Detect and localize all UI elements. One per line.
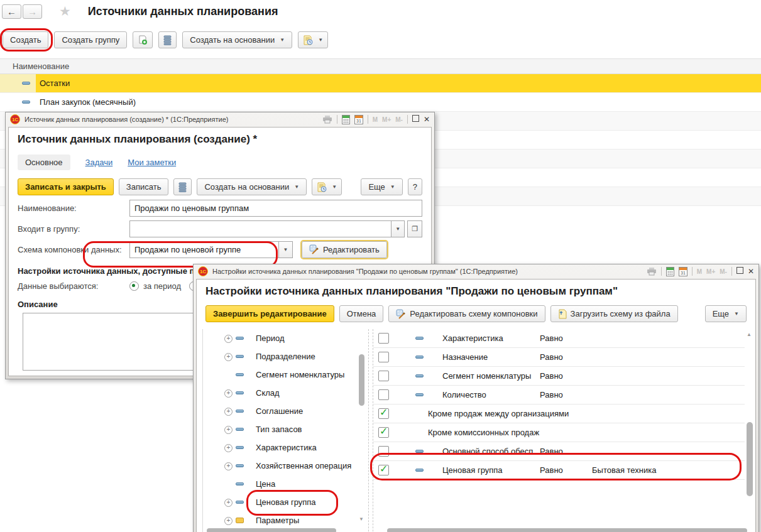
- condition-row[interactable]: Сегмент номенклатурыРавно: [373, 367, 745, 386]
- calculator-icon[interactable]: [342, 115, 350, 124]
- memory-mplus-button[interactable]: M+: [382, 116, 391, 123]
- save-and-close-button[interactable]: Записать и закрыть: [18, 178, 114, 195]
- memory-m-button[interactable]: M: [697, 268, 702, 275]
- more-button[interactable]: Еще▼: [705, 305, 747, 322]
- row-checkbox[interactable]: [378, 371, 389, 381]
- close-button[interactable]: ✕: [424, 115, 430, 124]
- table-row[interactable]: План закупок (месячный): [0, 93, 761, 112]
- tree-vertical-scrollbar[interactable]: [359, 354, 364, 406]
- memory-mminus-button[interactable]: M-: [395, 116, 403, 123]
- group-input[interactable]: [129, 220, 391, 237]
- edit-schema-button[interactable]: Редактировать: [302, 241, 387, 258]
- expand-icon[interactable]: +: [224, 462, 233, 470]
- help-button[interactable]: ?: [408, 178, 422, 195]
- divider: [337, 115, 337, 124]
- expand-icon[interactable]: +: [224, 408, 233, 416]
- condition-row[interactable]: Основной способ обесп...Равно: [373, 442, 745, 461]
- row-checkbox[interactable]: [378, 333, 389, 344]
- tree-item-price-group[interactable]: +Ценовая группа: [203, 493, 368, 511]
- expand-icon[interactable]: +: [224, 426, 233, 434]
- tree-item[interactable]: +Характеристика: [203, 438, 368, 457]
- condition-row-price-group[interactable]: ✓Ценовая группаРавноБытовая техника: [373, 461, 745, 480]
- group-dropdown-button[interactable]: ▼: [391, 220, 405, 237]
- svg-text:31: 31: [681, 271, 686, 275]
- create-based-on-button[interactable]: Создать на основании▼: [182, 31, 292, 48]
- schema-dropdown-button[interactable]: ▼: [279, 241, 293, 258]
- copy-button[interactable]: [133, 31, 153, 48]
- finish-editing-button[interactable]: Завершить редактирование: [205, 305, 334, 322]
- row-checkbox[interactable]: ✓: [378, 465, 389, 475]
- row-checkbox[interactable]: ✓: [378, 408, 389, 419]
- row-checkbox[interactable]: [378, 389, 389, 400]
- create-based-on-button[interactable]: Создать на основании▼: [197, 178, 307, 195]
- create-group-button[interactable]: Создать группу: [54, 31, 127, 48]
- conditions-vertical-scrollbar[interactable]: [747, 422, 753, 496]
- conditions-horizontal-scrollbar[interactable]: [387, 528, 747, 532]
- dialog1-titlebar[interactable]: 1С Источник данных планирования (создани…: [6, 112, 434, 126]
- list-settings-button[interactable]: [158, 31, 177, 48]
- condition-row[interactable]: ✓Кроме продаж между организациями: [373, 404, 745, 423]
- condition-row[interactable]: ХарактеристикаРавно: [373, 329, 745, 348]
- tree-item[interactable]: +Тип запасов: [203, 420, 368, 438]
- condition-row[interactable]: КоличествоРавно: [373, 386, 745, 404]
- group-open-button[interactable]: ❐: [407, 220, 422, 237]
- expand-icon[interactable]: +: [224, 353, 233, 361]
- calendar-icon[interactable]: 31: [354, 115, 363, 124]
- row-checkbox[interactable]: ✓: [378, 427, 389, 438]
- tree-item-parameters[interactable]: +Параметры: [203, 511, 368, 529]
- calculator-icon[interactable]: [666, 267, 674, 276]
- close-button[interactable]: ✕: [748, 267, 754, 276]
- reports-dropdown-button[interactable]: ▼: [298, 31, 328, 48]
- list-settings-button[interactable]: [173, 178, 192, 195]
- tree-item[interactable]: +Хозяйственная операция: [203, 457, 368, 475]
- print-icon[interactable]: [647, 267, 657, 276]
- expand-icon[interactable]: +: [224, 444, 233, 452]
- memory-mminus-button[interactable]: M-: [720, 268, 727, 275]
- maximize-button[interactable]: [736, 267, 743, 276]
- maximize-button[interactable]: [412, 115, 419, 124]
- tab-main[interactable]: Основное: [18, 155, 70, 170]
- expand-icon[interactable]: +: [224, 389, 233, 398]
- load-schema-from-file-button[interactable]: Загрузить схему из файла: [550, 305, 678, 322]
- forward-button[interactable]: →: [23, 4, 42, 19]
- tree-item[interactable]: Цена: [203, 475, 368, 493]
- tree-item[interactable]: +Подразделение: [203, 347, 368, 366]
- tree-item[interactable]: +Период: [203, 329, 368, 347]
- row-checkbox[interactable]: [378, 446, 389, 457]
- create-button[interactable]: Создать: [3, 31, 48, 48]
- condition-row[interactable]: ✓Кроме комиссионных продаж: [373, 423, 745, 442]
- tree-item[interactable]: Сегмент номенклатуры: [203, 366, 368, 384]
- memory-m-button[interactable]: M: [373, 116, 378, 123]
- scroll-up-arrow-icon[interactable]: ▲: [747, 332, 752, 337]
- print-icon[interactable]: [322, 115, 332, 124]
- back-button[interactable]: ←: [2, 4, 21, 19]
- forward-arrow-icon: →: [28, 6, 37, 17]
- edit-composition-schema-button[interactable]: Редактировать схему компоновки: [388, 305, 545, 322]
- memory-mplus-button[interactable]: M+: [706, 268, 715, 275]
- dialog2-titlebar[interactable]: 1С Настройки источника данных планирован…: [194, 264, 758, 278]
- tree-horizontal-scrollbar[interactable]: [207, 528, 336, 532]
- tab-tasks[interactable]: Задачи: [85, 158, 113, 167]
- scroll-down-arrow-icon[interactable]: ▼: [359, 516, 364, 522]
- expand-icon[interactable]: +: [224, 499, 233, 507]
- pane-splitter[interactable]: [368, 329, 373, 532]
- calendar-icon[interactable]: 31: [679, 267, 687, 276]
- row-checkbox[interactable]: [378, 352, 389, 362]
- reports-dropdown-button[interactable]: ▼: [312, 178, 342, 195]
- cancel-button[interactable]: Отмена: [339, 305, 384, 322]
- tab-notes[interactable]: Мои заметки: [128, 158, 176, 167]
- column-header-name[interactable]: Наименование: [0, 58, 761, 74]
- tree-item[interactable]: +Соглашение: [203, 402, 368, 420]
- schema-input[interactable]: Продажи по ценовой группе: [129, 241, 279, 258]
- favorite-star-icon[interactable]: ★: [59, 4, 71, 19]
- more-button[interactable]: Еще▼: [361, 178, 402, 195]
- tree-item[interactable]: +Склад: [203, 384, 368, 402]
- table-row[interactable]: Остатки: [0, 74, 761, 93]
- expand-icon[interactable]: +: [224, 517, 233, 525]
- save-button[interactable]: Записать: [119, 178, 169, 195]
- radio-period[interactable]: [129, 281, 139, 291]
- expand-icon[interactable]: +: [224, 335, 233, 343]
- item-dash-icon: [236, 428, 244, 431]
- name-input[interactable]: Продажи по ценовым группам: [129, 200, 422, 217]
- condition-row[interactable]: НазначениеРавно: [373, 348, 745, 367]
